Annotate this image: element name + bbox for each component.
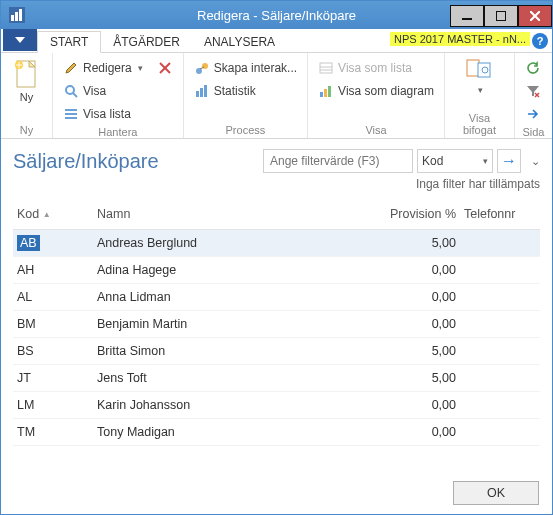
svg-rect-24 [204, 85, 207, 97]
magnifier-icon [63, 83, 79, 99]
delete-x-icon [157, 60, 173, 76]
environment-tag: NPS 2017 MASTER - nN... [390, 32, 530, 46]
group-label-show: Visa [314, 123, 438, 138]
svg-point-12 [66, 86, 74, 94]
col-telefon[interactable]: Telefonnr [460, 201, 540, 230]
group-label-manage: Hantera [59, 125, 177, 140]
funnel-x-icon [525, 83, 541, 99]
edit-label: Redigera [83, 61, 132, 75]
notes-links-icon [463, 55, 495, 83]
svg-rect-31 [467, 60, 479, 76]
svg-rect-29 [324, 89, 327, 97]
sort-asc-icon: ▲ [43, 210, 51, 219]
interaction-icon [194, 60, 210, 76]
show-as-list-label: Visa som lista [338, 61, 412, 75]
salesperson-table: Kod ▲ Namn Provision % Telefonnr ABAndre… [13, 201, 540, 446]
delete-button[interactable] [153, 57, 177, 79]
create-interaction-button[interactable]: Skapa interak... [190, 57, 301, 79]
minimize-button[interactable] [450, 5, 484, 27]
filter-status-note: Inga filter har tillämpats [13, 177, 540, 191]
statistics-button[interactable]: Statistik [190, 80, 301, 102]
svg-rect-15 [65, 113, 77, 115]
chevron-down-icon: ▾ [483, 156, 488, 166]
view-button[interactable]: Visa [59, 80, 147, 102]
group-label-new: Ny [7, 123, 46, 138]
tab-actions[interactable]: ÅTGÄRDER [101, 32, 192, 52]
close-button[interactable] [518, 5, 552, 27]
expand-chevron-icon[interactable]: ⌄ [531, 155, 540, 168]
show-as-list-button[interactable]: Visa som lista [314, 57, 438, 79]
svg-rect-23 [200, 88, 203, 97]
col-kod[interactable]: Kod ▲ [13, 201, 93, 230]
filter-field-label: Kod [422, 154, 443, 168]
show-attached-button[interactable]: ▾ [451, 55, 508, 111]
list-table-icon [318, 60, 334, 76]
tab-analyze[interactable]: ANALYSERA [192, 32, 287, 52]
new-button[interactable]: Ny [7, 55, 46, 123]
tab-start[interactable]: START [37, 31, 101, 53]
group-label-attached: Visa bifogat [451, 111, 508, 138]
svg-rect-5 [496, 11, 506, 21]
ribbon-tab-bar: START ÅTGÄRDER ANALYSERA NPS 2017 MASTER… [1, 29, 552, 53]
find-button[interactable] [521, 103, 546, 125]
svg-rect-3 [19, 9, 22, 21]
view-label: Visa [83, 84, 106, 98]
table-row[interactable]: LMKarin Johansson0,00 [13, 392, 540, 419]
view-list-label: Visa lista [83, 107, 131, 121]
col-namn[interactable]: Namn [93, 201, 370, 230]
filter-go-button[interactable]: → [497, 149, 521, 173]
table-row[interactable]: AHAdina Hagege0,00 [13, 257, 540, 284]
filter-value-input[interactable] [263, 149, 413, 173]
refresh-icon [525, 60, 541, 76]
app-icon [5, 3, 29, 27]
arrow-right-icon [525, 106, 541, 122]
ribbon: Ny Ny Redigera ▾ Visa Visa lista [1, 53, 552, 139]
table-row[interactable]: BSBritta Simon5,00 [13, 338, 540, 365]
table-row[interactable]: ABAndreas Berglund5,00 [13, 230, 540, 257]
new-label: Ny [20, 91, 33, 103]
refresh-button[interactable] [521, 57, 546, 79]
title-bar: Redigera - Säljare/Inköpare [1, 1, 552, 29]
group-label-process: Process [190, 123, 301, 138]
table-row[interactable]: ALAnna Lidman0,00 [13, 284, 540, 311]
create-interaction-label: Skapa interak... [214, 61, 297, 75]
svg-rect-16 [65, 117, 77, 119]
svg-rect-4 [462, 18, 472, 20]
chart-icon [318, 83, 334, 99]
chevron-down-icon: ▾ [478, 85, 483, 95]
svg-rect-14 [65, 109, 77, 111]
edit-button[interactable]: Redigera ▾ [59, 57, 147, 79]
show-as-diagram-label: Visa som diagram [338, 84, 434, 98]
statistics-label: Statistik [214, 84, 256, 98]
svg-rect-2 [15, 12, 18, 21]
svg-rect-22 [196, 91, 199, 97]
show-as-diagram-button[interactable]: Visa som diagram [314, 80, 438, 102]
chevron-down-icon: ▾ [138, 63, 143, 73]
svg-marker-8 [15, 37, 25, 43]
filter-field-select[interactable]: Kod ▾ [417, 149, 493, 173]
table-row[interactable]: BMBenjamin Martin0,00 [13, 311, 540, 338]
view-list-button[interactable]: Visa lista [59, 103, 147, 125]
clear-filter-button[interactable] [521, 80, 546, 102]
svg-rect-1 [11, 15, 14, 21]
table-row[interactable]: TMTony Madigan0,00 [13, 419, 540, 446]
svg-rect-25 [320, 63, 332, 73]
app-menu-button[interactable] [3, 29, 37, 51]
new-document-icon [11, 59, 43, 91]
statistics-icon [194, 83, 210, 99]
svg-line-13 [73, 93, 77, 97]
ok-button[interactable]: OK [453, 481, 539, 505]
table-row[interactable]: JTJens Toft5,00 [13, 365, 540, 392]
col-provision[interactable]: Provision % [370, 201, 460, 230]
help-icon[interactable]: ? [532, 33, 548, 49]
list-icon [63, 106, 79, 122]
pencil-icon [63, 60, 79, 76]
svg-rect-30 [328, 86, 331, 97]
maximize-button[interactable] [484, 5, 518, 27]
group-label-page: Sida [521, 125, 546, 140]
svg-rect-28 [320, 92, 323, 97]
page-title: Säljare/Inköpare [13, 150, 159, 173]
